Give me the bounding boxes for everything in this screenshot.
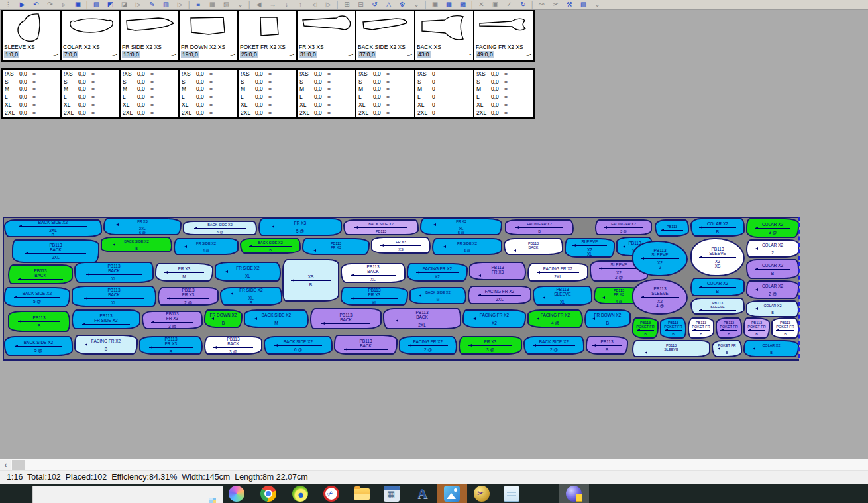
cut-x-icon[interactable]: ✕ bbox=[474, 0, 488, 9]
pattern-piece[interactable]: BACK SIDE X25 @ bbox=[4, 287, 70, 307]
pattern-piece[interactable]: PB113FR X3 bbox=[469, 262, 526, 280]
pattern-piece[interactable]: PB113 bbox=[655, 219, 689, 237]
piece-number[interactable]: 7:0,0 bbox=[63, 51, 78, 58]
size-row[interactable]: 2XL0- bbox=[417, 109, 473, 117]
size-table-column[interactable]: !XS0,0=-S0,0=-M0,0=-L0,0=-XL0,0=-2XL0,0=… bbox=[474, 70, 533, 117]
file-explorer-icon[interactable] bbox=[354, 488, 370, 500]
pattern-piece[interactable]: FR X35 @ bbox=[258, 218, 342, 236]
size-row[interactable]: XL0,0=- bbox=[476, 101, 533, 109]
pattern-piece[interactable]: COLAR X2B bbox=[690, 278, 745, 296]
pattern-piece[interactable]: FACING FR X22XL bbox=[468, 286, 531, 304]
mirror-v-icon[interactable]: ▷ bbox=[321, 0, 335, 9]
dropdown-icon[interactable]: ⌄ bbox=[409, 0, 423, 9]
size-row[interactable]: L0,0=- bbox=[299, 93, 355, 101]
pattern-piece[interactable]: FR X3XS bbox=[371, 237, 431, 254]
pattern-piece[interactable]: SLEEVEX2XL bbox=[565, 238, 615, 258]
pin-icon[interactable]: ⚙ bbox=[396, 0, 409, 9]
pattern-piece[interactable]: COLAR X2B bbox=[690, 218, 745, 237]
play-page-icon[interactable]: ▣ bbox=[71, 0, 85, 9]
copilot-icon[interactable] bbox=[229, 486, 244, 502]
pattern-piece[interactable]: PB113BACKXL bbox=[72, 286, 156, 307]
piece-thumbnail-cell[interactable]: BACK SIDE X2 XS37:0,0=- bbox=[356, 11, 415, 60]
fabric-a-icon[interactable]: ▦ bbox=[442, 0, 456, 9]
taskbar-flyout[interactable] bbox=[32, 486, 223, 503]
piece-thumbnail-cell[interactable]: FR X3 XS31:0,0=- bbox=[298, 11, 356, 60]
dropdown-icon[interactable]: ⌄ bbox=[590, 0, 604, 9]
link-icon[interactable]: ⚯ bbox=[535, 0, 549, 9]
marker-app-icon[interactable] bbox=[566, 486, 582, 502]
pattern-piece[interactable]: FACING FR X2B bbox=[505, 219, 574, 235]
size-row[interactable]: !XS0,0=- bbox=[299, 70, 355, 78]
size-row[interactable]: 2XL0,0=- bbox=[299, 109, 355, 117]
size-row[interactable]: !XS0,0=- bbox=[476, 70, 533, 78]
pattern-piece[interactable]: BACK SIDE X2PB113 bbox=[343, 219, 419, 235]
piece-number[interactable]: 37:0,0 bbox=[358, 51, 376, 58]
pattern-piece[interactable]: FACING FR X2X2 bbox=[407, 263, 468, 282]
doc-icon[interactable]: ▤ bbox=[576, 0, 590, 9]
photos-icon[interactable] bbox=[444, 486, 460, 502]
list-icon[interactable]: ≡ bbox=[191, 0, 205, 9]
scrollbar-thumb[interactable] bbox=[12, 460, 25, 471]
pattern-piece[interactable]: FACING FR X24 @ bbox=[527, 309, 583, 328]
font-app-icon[interactable]: A bbox=[414, 486, 430, 502]
pattern-piece[interactable]: BACK SIDE X26 @ bbox=[264, 336, 333, 355]
unlink-icon[interactable]: ✂ bbox=[549, 0, 563, 9]
pattern-piece[interactable]: FR X3XL5 @ bbox=[420, 218, 502, 235]
open-marker-icon[interactable]: ▤ bbox=[89, 0, 103, 9]
size-row[interactable]: S0,0=- bbox=[476, 78, 533, 86]
pattern-piece[interactable]: BACK SIDE X2M bbox=[244, 309, 309, 328]
align-down-icon[interactable]: ↓ bbox=[280, 0, 294, 9]
fabric-b-icon[interactable]: ▩ bbox=[456, 0, 470, 9]
size-row[interactable]: L0,0=- bbox=[182, 93, 237, 101]
pattern-piece[interactable]: COLAR X22 bbox=[746, 239, 799, 258]
rotate-cw-icon[interactable]: ↻ bbox=[516, 0, 530, 9]
piece-number[interactable]: 25:0,0 bbox=[240, 51, 258, 58]
pattern-piece[interactable]: PB113BACKXL bbox=[341, 263, 406, 283]
pattern-piece[interactable]: PB113FR X32 @ bbox=[158, 287, 219, 306]
size-row[interactable]: 2XL0,0=- bbox=[123, 109, 178, 117]
pattern-piece[interactable]: FR DOWN X2B bbox=[204, 309, 243, 328]
pattern-piece[interactable]: PB113BACK bbox=[334, 335, 398, 355]
size-row[interactable]: 2XL0,0=- bbox=[5, 109, 60, 117]
calculator-icon[interactable] bbox=[384, 486, 400, 502]
pattern-piece[interactable]: PB113BACK3 @ bbox=[204, 336, 262, 355]
rotate-ccw-icon[interactable]: ↺ bbox=[368, 0, 382, 9]
pattern-piece[interactable]: FR X32XL6 @ bbox=[103, 218, 182, 235]
size-table-column[interactable]: !XS0,0=-S0,0=-M0,0=-L0,0=-XL0,0=-2XL0,0=… bbox=[62, 70, 121, 117]
size-row[interactable]: XL0,0=- bbox=[123, 101, 178, 109]
scissors-app-icon[interactable] bbox=[474, 486, 490, 502]
piece-thumbnail-cell[interactable]: FACING FR X2 XS49:0,0=- bbox=[474, 11, 533, 60]
pattern-piece[interactable]: BACK SIDE X2B bbox=[101, 237, 172, 252]
piece-thumbnail-cell[interactable]: FR DOWN X2 XS19:0,0=- bbox=[180, 11, 239, 60]
marker-canvas[interactable]: BACK SIDE X22XLBFR X32XL6 @BACK SIDE X26… bbox=[3, 217, 799, 361]
pattern-piece[interactable]: BACK SIDE X2B bbox=[240, 238, 301, 254]
size-row[interactable]: L0,0=- bbox=[241, 93, 296, 101]
sphere-app-icon[interactable] bbox=[292, 486, 308, 502]
size-row[interactable]: !XS0,0=- bbox=[358, 70, 414, 78]
size-row[interactable]: M0- bbox=[417, 85, 473, 93]
pattern-piece[interactable]: FACING FR X2X2 bbox=[462, 309, 526, 328]
size-row[interactable]: 2XL0,0=- bbox=[182, 109, 237, 117]
align-up-icon[interactable]: ↑ bbox=[294, 0, 307, 9]
piece-thumbnail-cell[interactable]: FR SIDE X2 XS13:0,0=- bbox=[121, 11, 180, 60]
size-row[interactable]: XL0,0=- bbox=[241, 101, 296, 109]
undo-icon[interactable]: ↶ bbox=[29, 0, 43, 9]
size-row[interactable]: !XS0- bbox=[417, 70, 473, 78]
scroll-left-button[interactable]: ‹ bbox=[0, 460, 11, 471]
piece-thumbnail-cell[interactable]: BACK XS43:0- bbox=[415, 11, 474, 60]
pattern-piece[interactable]: FACING FR X22XL bbox=[527, 263, 588, 282]
ungroup-icon[interactable]: ⊟ bbox=[354, 0, 368, 9]
pattern-piece[interactable]: BACK SIDE X26 @ bbox=[183, 221, 257, 235]
size-row[interactable]: !XS0,0=- bbox=[182, 70, 237, 78]
pair-icon[interactable]: ▣ bbox=[428, 0, 442, 9]
size-row[interactable]: S0- bbox=[417, 78, 473, 86]
size-row[interactable]: XL0,0=- bbox=[5, 101, 60, 109]
size-row[interactable]: M0,0=- bbox=[5, 85, 60, 93]
pattern-piece[interactable]: FR DOWN X2B bbox=[584, 309, 631, 328]
size-row[interactable]: S0,0=- bbox=[299, 78, 355, 86]
pattern-piece[interactable]: PB113BACK2XL bbox=[383, 308, 461, 329]
pattern-piece[interactable]: COLAR X2B bbox=[746, 300, 799, 317]
piece-number[interactable]: 13:0,0 bbox=[122, 51, 140, 58]
size-row[interactable]: L0- bbox=[417, 93, 473, 101]
pattern-piece[interactable]: FR X33 @ bbox=[459, 336, 522, 355]
